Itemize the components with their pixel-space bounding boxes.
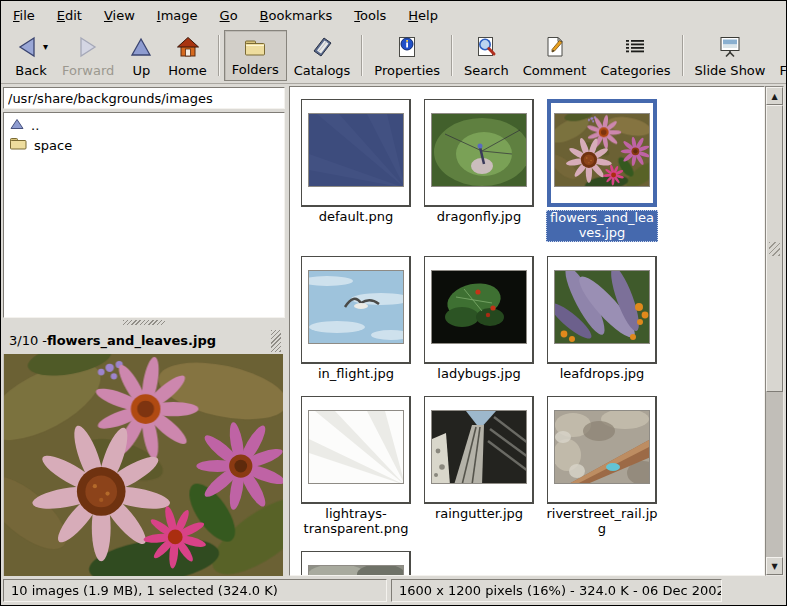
image-preview	[3, 354, 285, 576]
folders-icon	[242, 34, 268, 60]
slideshow-button[interactable]: Slide Show	[688, 30, 773, 81]
thumbnail-item[interactable]: leafdrops.jpg	[546, 256, 658, 382]
back-icon	[14, 34, 40, 60]
menu-file[interactable]: File	[5, 5, 43, 26]
scroll-up-button[interactable]: ▲	[766, 87, 783, 105]
forward-icon	[75, 34, 101, 60]
toolbar: ▾ Back Forward Up Home	[1, 29, 786, 84]
properties-icon	[394, 34, 420, 60]
fullscreen-button[interactable]: Full Screen	[772, 30, 787, 81]
menu-tools[interactable]: Tools	[346, 5, 394, 26]
statusbar: 10 images (1.9 MB), 1 selected (324.0 K)…	[1, 576, 786, 605]
thumbnail-item[interactable]: dragonfly.jpg	[423, 99, 535, 242]
up-icon	[10, 118, 24, 133]
comment-icon	[542, 34, 568, 60]
menu-go[interactable]: Go	[212, 5, 246, 26]
scrollbar-trough[interactable]	[766, 392, 783, 557]
scrollbar-grip	[769, 242, 780, 256]
folder-item-up[interactable]: ..	[6, 116, 282, 135]
location-entry[interactable]	[3, 87, 285, 109]
scrollbar-thumb[interactable]	[766, 105, 783, 392]
slideshow-icon	[717, 34, 743, 60]
thumbnail-item[interactable]: in_flight.jpg	[300, 256, 412, 382]
folder-list: .. space	[3, 112, 285, 318]
pane-resize-grip[interactable]	[271, 330, 281, 352]
home-button[interactable]: Home	[161, 30, 213, 81]
catalogs-icon	[309, 34, 335, 60]
statusbar-image-info: 1600 x 1200 pixels (16%) - 324.0 K - 06 …	[391, 579, 722, 602]
back-button[interactable]: ▾ Back	[7, 30, 55, 81]
thumbnail-item-selected[interactable]: flowers_and_leaves.jpg	[546, 99, 658, 242]
toolbar-separator	[361, 35, 363, 76]
search-icon	[473, 34, 499, 60]
thumbnail-item[interactable]: lightrays-transparent.png	[300, 396, 412, 537]
browser-status: 3/10 - flowers_and_leaves.jpg	[3, 327, 285, 354]
categories-button[interactable]: Categories	[593, 30, 677, 81]
home-icon	[175, 34, 201, 60]
categories-icon	[622, 34, 648, 60]
menu-help[interactable]: Help	[400, 5, 446, 26]
thumbnail-item[interactable]: default.png	[300, 99, 412, 242]
up-button[interactable]: Up	[121, 30, 161, 81]
properties-button[interactable]: Properties	[367, 30, 447, 81]
back-history-dropdown-icon[interactable]: ▾	[43, 42, 48, 52]
thumbnail-item[interactable]: riverstreet_rail.jpg	[546, 396, 658, 537]
search-button[interactable]: Search	[457, 30, 516, 81]
scroll-down-icon: ▼	[771, 562, 777, 571]
forward-button[interactable]: Forward	[55, 30, 121, 81]
thumbnail-item-partial[interactable]	[300, 551, 412, 576]
thumbnail-pane: default.png dragonfly.jpg	[289, 86, 765, 576]
vertical-scrollbar[interactable]: ▲ ▼	[765, 86, 784, 576]
folders-button[interactable]: Folders	[224, 30, 287, 81]
statusbar-file-counts: 10 images (1.9 MB), 1 selected (324.0 K)	[3, 579, 387, 602]
menu-bookmarks[interactable]: Bookmarks	[252, 5, 341, 26]
toolbar-separator	[218, 35, 220, 76]
sidebar: .. space 3/10 - flowers_and_leaves.jpg	[3, 86, 285, 576]
thumbnail-item[interactable]: ladybugs.jpg	[423, 256, 535, 382]
toolbar-separator	[682, 35, 684, 76]
thumbnail-browser: default.png dragonfly.jpg	[289, 86, 784, 576]
main-content: .. space 3/10 - flowers_and_leaves.jpg	[1, 84, 786, 576]
toolbar-separator	[451, 35, 453, 76]
scroll-down-button[interactable]: ▼	[766, 557, 783, 575]
menu-view[interactable]: View	[96, 5, 143, 26]
menubar: File Edit View Image Go Bookmarks Tools …	[1, 1, 786, 29]
pane-splitter[interactable]	[3, 318, 285, 327]
scroll-up-icon: ▲	[771, 92, 777, 101]
statusbar-spacer	[726, 579, 784, 602]
catalogs-button[interactable]: Catalogs	[287, 30, 358, 81]
folder-icon	[10, 137, 27, 153]
comment-button[interactable]: Comment	[516, 30, 594, 81]
splitter-grip	[123, 320, 165, 325]
folder-item-space[interactable]: space	[6, 135, 282, 155]
thumbnail-item[interactable]: raingutter.jpg	[423, 396, 535, 537]
up-icon	[128, 34, 154, 60]
thumbnail-grid: default.png dragonfly.jpg	[290, 87, 764, 576]
app-window: File Edit View Image Go Bookmarks Tools …	[0, 0, 787, 606]
menu-image[interactable]: Image	[149, 5, 206, 26]
menu-edit[interactable]: Edit	[49, 5, 90, 26]
